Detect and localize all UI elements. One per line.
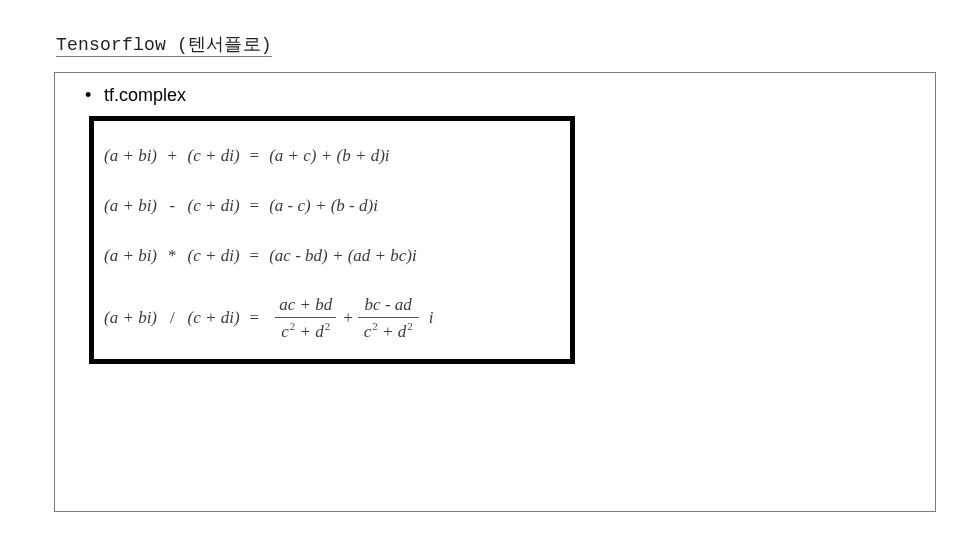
bullet-marker: • (85, 85, 99, 106)
var-d: d (315, 321, 324, 340)
exp-2: 2 (372, 320, 378, 332)
denominator: c2 + d2 (358, 317, 419, 342)
equals: = (240, 246, 270, 266)
term: (a + bi) (104, 146, 157, 165)
numerator: ac + bd (273, 295, 338, 317)
operator-times: * (161, 246, 183, 266)
formula-sub: (a + bi) - (c + di) = (a - c) + (b - d)i (104, 181, 560, 231)
equals: = (240, 146, 270, 166)
bullet-text: tf.complex (104, 85, 186, 105)
term: (a + bi) (104, 308, 157, 327)
imaginary-unit: i (429, 308, 434, 328)
formula-mul: (a + bi) * (c + di) = (ac - bd) + (ad + … (104, 231, 560, 281)
var-c: c (281, 321, 289, 340)
rhs: (ac - bd) + (ad + bc)i (269, 246, 417, 266)
formula-div: (a + bi) / (c + di) = ac + bd c2 + d2 + (104, 283, 560, 353)
exp-2: 2 (325, 320, 331, 332)
page-title: Tensorflow (텐서플로) (56, 32, 272, 59)
plus: + (299, 321, 315, 340)
formula-add: (a + bi) + (c + di) = (a + c) + (b + d)i (104, 131, 560, 181)
term: (a + bi) (104, 246, 157, 265)
operator-minus: - (161, 196, 183, 216)
slide: Tensorflow (텐서플로) • tf.complex (a + bi) … (0, 0, 960, 540)
rhs: (a - c) + (b - d)i (269, 196, 378, 216)
term: (c + di) (188, 196, 240, 215)
equals: = (240, 308, 270, 328)
plus: + (382, 321, 398, 340)
var-d: d (398, 321, 407, 340)
content-box: • tf.complex (a + bi) + (c + di) = (a + … (54, 72, 936, 512)
term: (a + bi) (104, 196, 157, 215)
denominator: c2 + d2 (275, 317, 336, 342)
operator-divide: / (161, 308, 183, 328)
fraction-2: bc - ad c2 + d2 (358, 295, 419, 342)
exp-2: 2 (290, 320, 296, 332)
term: (c + di) (188, 308, 240, 327)
term: (c + di) (188, 146, 240, 165)
term: (c + di) (188, 246, 240, 265)
exp-2: 2 (407, 320, 413, 332)
operator-plus: + (161, 146, 183, 166)
bullet-item: • tf.complex (85, 85, 921, 106)
rhs: (a + c) + (b + d)i (269, 146, 389, 166)
formula-panel: (a + bi) + (c + di) = (a + c) + (b + d)i… (89, 116, 575, 364)
var-c: c (364, 321, 372, 340)
numerator: bc - ad (359, 295, 418, 317)
equals: = (240, 196, 270, 216)
plus-between-fracs: + (342, 308, 353, 328)
fraction-1: ac + bd c2 + d2 (273, 295, 338, 342)
